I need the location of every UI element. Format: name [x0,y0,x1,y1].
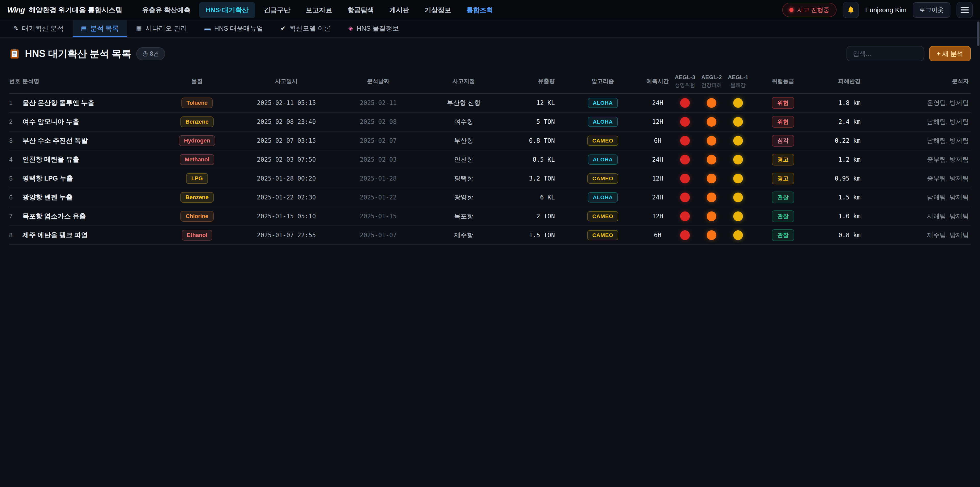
column-header-date: 분석날짜 [340,69,417,93]
tab-item[interactable]: ◈ HNS 물질정보 [340,21,407,37]
analysis-date: 2025-02-03 [340,150,417,169]
accident-location: 부산항 [417,131,511,150]
aegl3-indicator-icon [680,211,690,221]
scrollbar-thumb[interactable] [977,21,980,46]
accident-location: 평택항 [417,169,511,188]
risk-grade-badge: 심각 [772,135,794,147]
main-menu-item[interactable]: 항공탐색 [341,2,381,18]
spill-amount: 12 KL [511,93,562,112]
damage-radius: 0.22 km [815,131,865,150]
row-number: 6 [9,188,22,207]
column-header-aegl1: AEGL-1불쾌감 [725,69,751,93]
main-menu-item[interactable]: 보고자료 [299,2,339,18]
tab-item[interactable]: ✔ 확산모델 이론 [272,21,339,37]
analysis-name: 제주 에탄올 탱크 파열 [22,226,161,245]
substance-badge: Chlorine [180,211,213,222]
prediction-hours: 12H [644,112,672,131]
top-navbar: Wing 해양환경 위기대응 통합시스템 유출유 확산예측HNS·대기확산긴급구… [0,0,980,21]
analysis-name: 울산 온산항 톨루엔 누출 [22,93,161,112]
aegl2-indicator-icon [707,117,716,127]
risk-grade-badge: 관찰 [772,192,794,203]
table-row[interactable]: 5 평택항 LPG 누출 LPG 2025-01-28 00:20 2025-0… [9,169,971,188]
logout-button[interactable]: 로그아웃 [913,2,950,18]
analysis-date: 2025-02-11 [340,93,417,112]
algorithm-badge: CAMEO [587,173,618,184]
main-menu-item[interactable]: 통합조회 [460,2,500,18]
book-icon: ▬ [204,25,210,32]
damage-radius: 1.5 km [815,188,865,207]
aegl1-indicator-icon [733,155,743,164]
aegl3-indicator-icon [680,193,690,202]
spill-amount: 8.5 KL [511,150,562,169]
hamburger-menu-button[interactable] [956,2,973,18]
main-menu-item[interactable]: 긴급구난 [257,2,297,18]
row-number: 1 [9,93,22,112]
column-header-algorithm: 알고리즘 [562,69,644,93]
substance-badge: Benzene [180,192,213,203]
substance-badge: LPG [186,173,208,184]
analysis-name: 부산 수소 추진선 폭발 [22,131,161,150]
substance-badge: Methanol [180,154,215,165]
algorithm-badge: ALOHA [588,155,618,165]
aegl1-indicator-icon [733,136,743,145]
spill-amount: 1.5 TON [511,226,562,245]
tab-item[interactable]: ✎ 대기확산 분석 [5,21,72,37]
analysis-name: 목포항 염소가스 유출 [22,207,161,226]
risk-grade-badge: 관찰 [772,211,794,222]
accident-datetime: 2025-01-28 00:20 [233,169,340,188]
app-title: 해양환경 위기대응 통합시스템 [29,5,122,14]
bell-icon [846,6,855,14]
analysis-date: 2025-02-08 [340,112,417,131]
spill-amount: 2 TON [511,207,562,226]
analysis-date: 2025-01-15 [340,207,417,226]
table-row[interactable]: 6 광양항 벤젠 누출 Benzene 2025-01-22 02:30 202… [9,188,971,207]
notifications-button[interactable] [843,2,859,18]
damage-radius: 0.95 km [815,169,865,188]
tab-label: HNS 물질정보 [356,24,399,33]
spill-amount: 0.8 TON [511,131,562,150]
table-row[interactable]: 4 인천항 메탄올 유출 Methanol 2025-02-03 07:50 2… [9,150,971,169]
accident-datetime: 2025-01-15 05:10 [233,207,340,226]
total-count-badge: 총 8건 [136,47,165,60]
table-row[interactable]: 2 여수 암모니아 누출 Benzene 2025-02-08 23:40 20… [9,112,971,131]
tab-label: HNS 대응매뉴얼 [214,24,263,33]
aegl3-indicator-icon [680,174,690,184]
tab-item[interactable]: ▤ 분석 목록 [73,21,127,37]
prediction-hours: 24H [644,93,672,112]
accident-datetime: 2025-02-11 05:15 [233,93,340,112]
main-menu-item[interactable]: 게시판 [383,2,416,18]
analyst: 중부팀, 방제팀 [865,169,971,188]
accident-datetime: 2025-02-07 03:15 [233,131,340,150]
page-title: HNS 대기확산 분석 목록 [25,47,131,60]
main-menu-item[interactable]: 유출유 확산예측 [135,2,197,18]
table-row[interactable]: 1 울산 온산항 톨루엔 누출 Toluene 2025-02-11 05:15… [9,93,971,112]
analysis-name: 광양항 벤젠 누출 [22,188,161,207]
main-menu-item[interactable]: HNS·대기확산 [199,2,255,18]
tab-item[interactable]: ▬ HNS 대응매뉴얼 [196,21,271,37]
search-input[interactable] [846,46,924,61]
table-row[interactable]: 3 부산 수소 추진선 폭발 Hydrogen 2025-02-07 03:15… [9,131,971,150]
risk-grade-badge: 경고 [772,172,794,184]
tab-label: 확산모델 이론 [289,24,331,33]
column-header-location: 사고지점 [417,69,511,93]
table-row[interactable]: 8 제주 에탄올 탱크 파열 Ethanol 2025-01-07 22:55 … [9,226,971,245]
spill-amount: 5 TON [511,112,562,131]
risk-grade-badge: 위험 [772,116,794,128]
tab-label: 분석 목록 [90,24,119,33]
algorithm-badge: CAMEO [587,136,618,146]
main-menu-item[interactable]: 기상정보 [418,2,458,18]
row-number: 8 [9,226,22,245]
analyst: 운영팀, 방제팀 [865,93,971,112]
aegl2-indicator-icon [707,230,716,240]
tab-item[interactable]: ▦ 시나리오 관리 [128,21,195,37]
logo[interactable]: Wing 해양환경 위기대응 통합시스템 [7,5,122,14]
aegl2-indicator-icon [707,174,716,184]
table-row[interactable]: 7 목포항 염소가스 유출 Chlorine 2025-01-15 05:10 … [9,207,971,226]
column-header-risk: 위험등급 [751,69,815,93]
accident-location: 광양항 [417,188,511,207]
aegl2-indicator-icon [707,136,716,145]
aegl3-indicator-icon [680,155,690,164]
new-analysis-button[interactable]: + 새 분석 [929,46,971,61]
substance-badge: Hydrogen [179,135,215,146]
aegl2-indicator-icon [707,193,716,202]
